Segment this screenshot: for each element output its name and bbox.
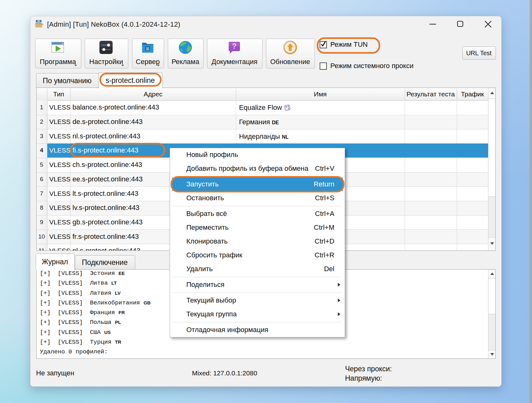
svg-text:?: ? (232, 42, 237, 50)
